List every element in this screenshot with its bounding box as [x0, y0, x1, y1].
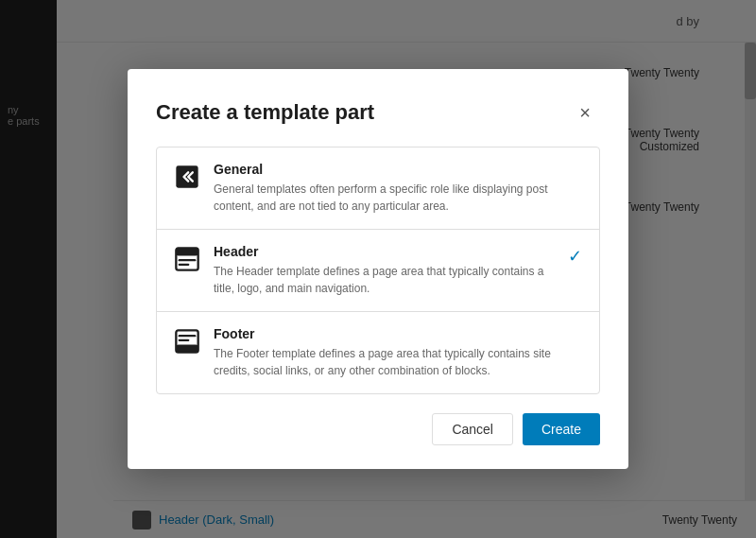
create-button[interactable]: Create — [523, 413, 600, 445]
general-icon — [174, 164, 200, 190]
footer-text: Footer The Footer template defines a pag… — [214, 326, 582, 379]
footer-title: Footer — [214, 326, 582, 341]
option-general[interactable]: General General templates often perform … — [157, 148, 599, 230]
modal-dialog: Create a template part × General — [128, 69, 628, 469]
svg-rect-2 — [176, 248, 198, 255]
svg-rect-3 — [179, 259, 197, 261]
svg-rect-8 — [179, 339, 190, 341]
modal-footer: Cancel Create — [156, 413, 600, 445]
general-desc: General templates often perform a specif… — [214, 181, 582, 215]
modal-title: Create a template part — [156, 100, 374, 125]
close-icon: × — [579, 102, 591, 124]
modal-overlay: Create a template part × General — [0, 0, 756, 538]
cancel-button[interactable]: Cancel — [432, 413, 513, 445]
header-icon — [174, 246, 200, 272]
general-title: General — [214, 162, 582, 177]
option-header[interactable]: Header The Header template defines a pag… — [157, 230, 599, 312]
header-text: Header The Header template defines a pag… — [214, 244, 558, 297]
header-desc: The Header template defines a page area … — [214, 263, 558, 297]
svg-rect-6 — [176, 345, 198, 353]
footer-icon — [174, 328, 200, 355]
modal-header: Create a template part × — [156, 97, 600, 128]
footer-desc: The Footer template defines a page area … — [214, 345, 582, 379]
header-title: Header — [214, 244, 558, 259]
header-check: ✓ — [568, 246, 582, 267]
options-list: General General templates often perform … — [156, 147, 600, 394]
svg-rect-7 — [179, 335, 197, 337]
close-button[interactable]: × — [570, 97, 600, 128]
option-footer[interactable]: Footer The Footer template defines a pag… — [157, 312, 599, 393]
general-text: General General templates often perform … — [214, 162, 582, 215]
svg-rect-4 — [179, 264, 190, 266]
